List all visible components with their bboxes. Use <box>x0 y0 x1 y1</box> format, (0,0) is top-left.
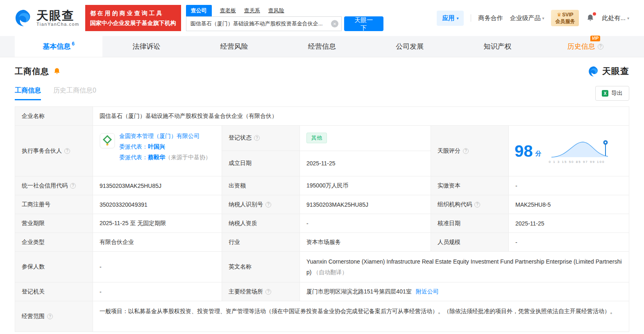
excel-icon: X <box>602 90 608 97</box>
search-tab-relation[interactable]: 查关系 <box>244 7 260 16</box>
score-cell: 98 分 0 1 3 15 50 85 97 99 100 <box>509 126 629 176</box>
subtab-history-business-info[interactable]: 历史工商信息0 <box>53 86 96 100</box>
link-business-cooperation[interactable]: 商务合作 <box>478 14 503 22</box>
clear-search-icon[interactable]: ✕ <box>331 20 338 27</box>
search-button[interactable]: 天眼一下 <box>344 16 383 31</box>
crown-icon: ♛ <box>557 12 561 18</box>
row-label-taxpayer-id: 纳税人识别号 ? <box>222 195 300 214</box>
row-label-registration-number: 工商注册号 <box>15 195 93 214</box>
tianyancha-logo[interactable]: 天眼查 TianYanCha.com <box>15 9 79 27</box>
section-header: 工商信息 天眼查 <box>15 65 629 77</box>
table-row-address: 登记机关 - 主要经营场所 ? 厦门市思明区湖滨北路151号第四层401室 附近… <box>15 282 629 301</box>
promo-banner: 都在用的商业查询工具 国家中小企业发展子基金旗下机构 <box>85 5 181 31</box>
table-row-company-name: 企业名称 圆信基石（厦门）基础设施不动产股权投资基金合伙企业（有限合伙） <box>15 107 629 126</box>
table-row-partner: 执行事务合伙人 ? 金圆资本管理（厦门）有限公司 委派代表 <box>15 126 629 176</box>
user-menu[interactable]: 此处有... ▾ <box>602 14 629 22</box>
row-label-approval-date: 核准日期 <box>431 214 509 232</box>
help-icon[interactable]: ? <box>474 202 480 208</box>
help-icon[interactable]: ? <box>70 183 76 189</box>
row-label-insured-count: 参保人数 <box>15 252 93 282</box>
row-label-registration-authority: 登记机关 <box>15 282 93 301</box>
table-row: 统一社会信用代码 ? 91350203MAK25HU85J 出资额 195000… <box>15 176 629 195</box>
business-address-value: 厦门市思明区湖滨北路151号第四层401室 附近公司 <box>300 282 629 301</box>
insured-count-value: - <box>93 252 222 282</box>
row-label-contribution: 出资额 <box>222 176 300 195</box>
row-label-paid-capital: 实缴资本 <box>431 176 509 195</box>
app-menu[interactable]: 应用 ▾ <box>437 11 464 26</box>
tianyancha-logo-icon <box>15 9 33 27</box>
svip-badge[interactable]: ♛SVIP 会员服务 <box>551 10 579 26</box>
tab-legal-litigation[interactable]: 法律诉讼 <box>102 36 190 57</box>
rep1-name-link[interactable]: 叶国兴 <box>148 143 165 150</box>
row-label-business-term: 营业期限 <box>15 214 93 232</box>
contribution-value: 195000万人民币 <box>300 176 431 195</box>
org-code-value: MAK25HU8-5 <box>509 195 629 214</box>
rep-prefix: 委派代表： <box>119 143 148 150</box>
table-row-english-name: 参保人数 - 英文名称 Yuanxin Cornerstone (Xiamen)… <box>15 252 629 282</box>
tab-intellectual-property[interactable]: 知识产权 <box>454 36 541 57</box>
table-row: 企业类型 有限合伙企业 行业 资本市场服务 人员规模 - <box>15 233 629 252</box>
header-right-nav: 应用 ▾ 商务合作 企业级产品 ▾ ♛SVIP 会员服务 此处有.. <box>437 10 629 26</box>
search-tab-company[interactable]: 查公司 <box>186 5 212 16</box>
divider <box>471 14 471 22</box>
help-icon[interactable]: ? <box>598 44 603 50</box>
subscribe-bell-icon[interactable] <box>53 67 61 75</box>
export-button[interactable]: X 导出 <box>595 86 629 101</box>
tab-basic-info[interactable]: 基本信息6 <box>15 36 102 57</box>
row-label-business-scope: 经营范围 ? <box>15 301 93 332</box>
top-header: 天眼查 TianYanCha.com 都在用的商业查询工具 国家中小企业发展子基… <box>0 0 644 36</box>
row-label-registration-status: 登记状态 ? <box>222 126 300 151</box>
row-label-credit-code: 统一社会信用代码 ? <box>15 176 93 195</box>
notification-bell-icon[interactable] <box>586 14 595 23</box>
search-tab-risk[interactable]: 查风险 <box>268 7 284 16</box>
help-icon[interactable]: ? <box>64 148 70 154</box>
tab-operation-risk[interactable]: 经营风险 <box>190 36 278 57</box>
english-name-value: Yuanxin Cornerstone (Xiamen) Infrastruct… <box>300 252 629 282</box>
paid-capital-value: - <box>509 176 629 195</box>
search-input[interactable] <box>186 16 342 31</box>
partner-logo-icon <box>100 133 115 149</box>
chevron-down-icon: ▾ <box>627 16 629 20</box>
promo-line2: 国家中小企业发展子基金旗下机构 <box>90 18 176 28</box>
help-icon[interactable]: ? <box>254 135 260 141</box>
company-name-value: 圆信基石（厦门）基础设施不动产股权投资基金合伙企业（有限合伙） <box>93 107 629 125</box>
table-row: 工商注册号 350203320049391 纳税人识别号 ? 91350203M… <box>15 195 629 214</box>
help-icon[interactable]: ? <box>265 289 271 295</box>
row-label-business-address: 主要经营场所 ? <box>222 282 300 301</box>
registration-number-value: 350203320049391 <box>93 195 222 214</box>
nearby-companies-link[interactable]: 附近公司 <box>416 288 439 296</box>
establish-date-value: 2025-11-25 <box>300 151 431 176</box>
chevron-down-icon: ▾ <box>456 16 458 20</box>
partner-company-logo[interactable] <box>100 133 115 150</box>
auto-translate-note: （自动翻译） <box>313 269 347 275</box>
row-label-taxpayer-qualification: 纳税人资质 <box>222 214 300 232</box>
score-value: 98 <box>515 143 533 159</box>
tab-operation-info[interactable]: 经营信息 <box>278 36 366 57</box>
help-icon[interactable]: ? <box>265 202 271 208</box>
business-info-table: 企业名称 圆信基石（厦门）基础设施不动产股权投资基金合伙企业（有限合伙） 执行事… <box>15 106 629 332</box>
subtabs: 工商信息 历史工商信息0 X 导出 <box>15 86 629 101</box>
partner-company-link[interactable]: 金圆资本管理（厦门）有限公司 <box>119 131 211 141</box>
link-enterprise-products[interactable]: 企业级产品 ▾ <box>510 14 544 22</box>
rep2-name-link[interactable]: 蔡毅华 <box>148 154 165 160</box>
rep-prefix: 委派代表： <box>119 154 148 160</box>
subtab-business-info[interactable]: 工商信息 <box>15 86 41 100</box>
help-icon[interactable]: ? <box>47 314 53 319</box>
row-label-staff-size: 人员规模 <box>431 233 509 251</box>
industry-value: 资本市场服务 <box>300 233 431 251</box>
score-curve-icon <box>549 138 610 160</box>
business-scope-value: 一般项目：以私募基金从事股权投资、投资管理、资产管理等活动（须在中国证券投资基金… <box>93 301 629 332</box>
search-tab-boss[interactable]: 查老板 <box>220 7 236 16</box>
logo-text-cn: 天眼查 <box>36 9 79 22</box>
executive-partner-cell: 金圆资本管理（厦门）有限公司 委派代表：叶国兴 委派代表：蔡毅华（来源于中基协） <box>93 126 222 176</box>
taxpayer-id-value: 91350203MAK25HU85J <box>300 195 431 214</box>
help-icon[interactable]: ? <box>463 148 469 154</box>
tab-history-info[interactable]: VIP 历史信息 ? <box>542 36 629 57</box>
row-label-industry: 行业 <box>222 233 300 251</box>
row-label-tianyan-score: 天眼评分 ? <box>431 126 509 176</box>
tab-company-development[interactable]: 公司发展 <box>366 36 454 57</box>
status-date-block: 登记状态 ? 其他 成立日期 2025-11-25 <box>222 126 431 176</box>
row-label-english-name: 英文名称 <box>222 252 300 282</box>
main-content: 工商信息 天眼查 工商信息 历史工商信息0 X 导出 <box>0 57 644 332</box>
score-axis: 0 1 3 15 50 85 97 99 100 <box>549 160 610 164</box>
